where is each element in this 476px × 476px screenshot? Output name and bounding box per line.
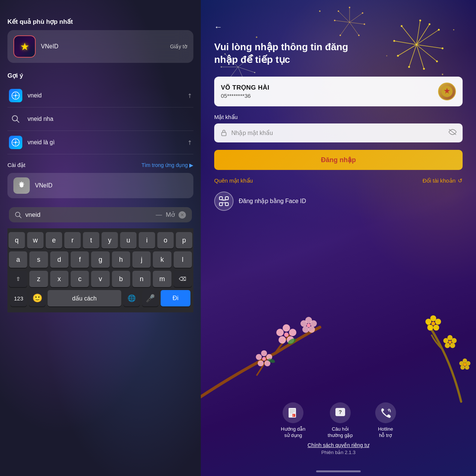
home-indicator xyxy=(316,470,361,472)
key-a[interactable]: a xyxy=(9,251,27,268)
svg-line-12 xyxy=(19,216,21,218)
svg-rect-107 xyxy=(219,197,222,200)
key-l[interactable]: l xyxy=(174,251,192,268)
key-j[interactable]: j xyxy=(132,251,151,268)
key-s[interactable]: s xyxy=(29,251,48,268)
svg-rect-110 xyxy=(225,203,228,206)
password-input-left: Nhập mật khẩu xyxy=(220,129,273,136)
search-icon-2 xyxy=(9,112,22,126)
arrow-icon-3: ↗ xyxy=(185,138,194,147)
key-b[interactable]: b xyxy=(112,271,130,287)
vneid-badge xyxy=(438,83,456,100)
safari-icon-1 xyxy=(9,89,22,102)
version-text: Phiên bản 2.1.3 xyxy=(201,450,476,455)
svg-rect-117 xyxy=(290,412,293,413)
key-d[interactable]: d xyxy=(50,251,68,268)
key-m[interactable]: m xyxy=(153,271,171,287)
key-w[interactable]: w xyxy=(27,232,44,248)
shift-key[interactable]: ⇧ xyxy=(9,271,27,287)
key-x[interactable]: x xyxy=(50,271,68,287)
vneid-app-icon xyxy=(13,35,36,58)
key-emoji[interactable]: 🙂 xyxy=(29,290,45,306)
password-input[interactable]: Nhập mật khẩu xyxy=(214,123,463,142)
svg-rect-116 xyxy=(290,411,295,412)
svg-rect-108 xyxy=(225,197,228,200)
key-numbers[interactable]: 123 xyxy=(10,290,27,306)
key-z[interactable]: z xyxy=(29,271,48,287)
change-account-label: Đổi tài khoản xyxy=(422,177,456,184)
back-button[interactable]: ← xyxy=(214,22,226,32)
key-e[interactable]: e xyxy=(46,232,62,248)
suggestion-vneid[interactable]: vneid ↗ xyxy=(7,84,193,107)
change-account-icon: ↺ xyxy=(458,177,463,184)
face-id-button[interactable] xyxy=(214,192,234,211)
hotline-icon xyxy=(375,402,396,423)
category-label: Giấy tờ xyxy=(170,44,187,49)
suggestion-vneid-nha[interactable]: vneid nha xyxy=(7,107,193,131)
huong-dan-icon: i xyxy=(283,402,303,423)
user-card: VÕ TRỌNG HÀI 05********36 xyxy=(214,77,463,106)
globe-key[interactable]: 🌐 xyxy=(123,290,140,306)
key-r[interactable]: r xyxy=(64,232,81,248)
face-id-label: Đăng nhập bằng Face ID xyxy=(239,197,306,205)
arrow-icon-1: ↗ xyxy=(185,91,194,100)
svg-text:?: ? xyxy=(339,409,342,415)
clear-search-button[interactable]: ✕ xyxy=(178,211,186,219)
key-f[interactable]: f xyxy=(71,251,89,268)
key-n[interactable]: n xyxy=(132,271,151,287)
account-actions: Quên mật khẩu Đổi tài khoản ↺ xyxy=(214,177,463,184)
key-y[interactable]: y xyxy=(102,232,118,248)
search-bar[interactable]: vneid — Mở ✕ xyxy=(9,207,192,222)
key-t[interactable]: t xyxy=(83,232,99,248)
left-content: Kết quả phù hợp nhất VNeID Giấy tờ Gợi ý xyxy=(0,0,201,476)
bottom-icons: i Hướng dẫnsử dụng ? Câu hỏithường gặp xyxy=(201,402,476,439)
suggestion-vneid-lagi[interactable]: vneid là gì ↗ xyxy=(7,131,193,154)
key-i[interactable]: i xyxy=(139,232,155,248)
key-p[interactable]: p xyxy=(176,232,192,248)
change-account-button[interactable]: Đổi tài khoản ↺ xyxy=(422,177,463,184)
eye-icon[interactable] xyxy=(448,129,457,137)
key-q[interactable]: q xyxy=(9,232,25,248)
settings-app-name: VNeID xyxy=(35,182,52,189)
go-key[interactable]: Đi xyxy=(161,290,190,306)
search-icon xyxy=(15,212,22,218)
cau-hoi-icon: ? xyxy=(330,402,351,423)
svg-point-112 xyxy=(222,199,223,200)
forgot-password-link[interactable]: Quên mật khẩu xyxy=(214,177,253,184)
suggestion-text-3: vneid là gì xyxy=(28,139,55,146)
space-key[interactable]: dấu cách xyxy=(48,290,121,306)
key-h[interactable]: h xyxy=(112,251,130,268)
key-g[interactable]: g xyxy=(91,251,109,268)
password-label: Mật khẩu xyxy=(214,114,463,120)
privacy-row: Chính sách quyền riêng tư Phiên bản 2.1.… xyxy=(201,442,476,455)
search-text: vneid xyxy=(25,211,152,219)
cau-hoi-item[interactable]: ? Câu hỏithường gặp xyxy=(328,402,353,439)
huong-dan-label: Hướng dẫnsử dụng xyxy=(281,426,305,439)
key-c[interactable]: c xyxy=(71,271,89,287)
svg-point-111 xyxy=(223,199,225,201)
suggestion-text-1: vneid xyxy=(28,92,42,99)
login-button[interactable]: Đăng nhập xyxy=(214,150,463,170)
mic-key[interactable]: 🎤 xyxy=(142,290,158,306)
hotline-item[interactable]: Hotlinehỗ trợ xyxy=(375,402,396,439)
key-row-3: ⇧ z x c v b n m ⌫ xyxy=(9,271,192,287)
right-panel: ← Vui lòng nhập thông tin đăng nhập để t… xyxy=(201,0,476,476)
best-match-card[interactable]: VNeID Giấy tờ xyxy=(7,30,193,63)
key-v[interactable]: v xyxy=(91,271,109,287)
key-row-bottom: 123 🙂 dấu cách 🌐 🎤 Đi xyxy=(9,290,192,306)
svg-line-5 xyxy=(17,120,19,122)
login-btn-label: Đăng nhập xyxy=(321,156,356,164)
huong-dan-item[interactable]: i Hướng dẫnsử dụng xyxy=(281,402,305,439)
svg-point-113 xyxy=(225,199,226,200)
left-panel: Kết quả phù hợp nhất VNeID Giấy tờ Gợi ý xyxy=(0,0,201,476)
privacy-link[interactable]: Chính sách quyền riêng tư xyxy=(201,442,476,448)
delete-key[interactable]: ⌫ xyxy=(174,271,192,287)
hotline-label: Hotlinehỗ trợ xyxy=(378,426,393,439)
key-u[interactable]: u xyxy=(120,232,136,248)
key-k[interactable]: k xyxy=(153,251,171,268)
face-id-row: Đăng nhập bằng Face ID xyxy=(214,192,463,211)
key-row-2: a s d f g h j k l xyxy=(9,251,192,268)
suggestion-text-2: vneid nha xyxy=(28,116,53,122)
settings-item[interactable]: VNeID xyxy=(7,173,193,198)
key-o[interactable]: o xyxy=(157,232,174,248)
